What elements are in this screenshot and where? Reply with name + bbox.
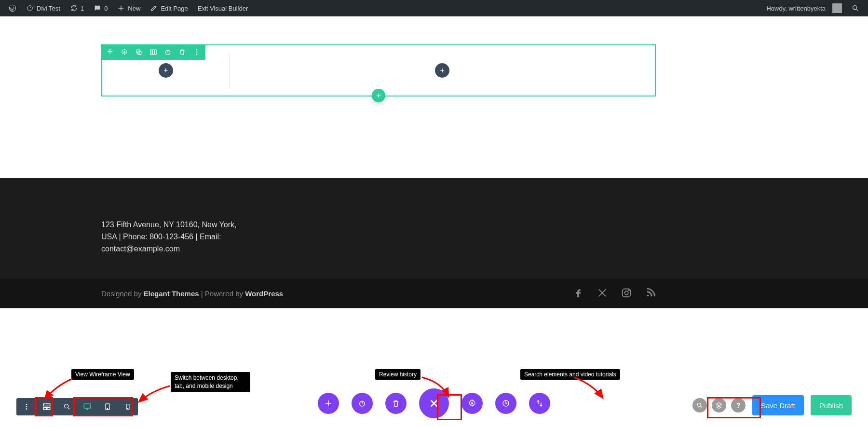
svg-point-2 <box>853 6 857 10</box>
search-icon <box>852 4 859 12</box>
rss-icon[interactable] <box>645 288 656 300</box>
plus-glyph: + <box>163 66 168 75</box>
designed-brand[interactable]: Elegant Themes <box>144 289 199 298</box>
svg-point-32 <box>697 403 701 406</box>
clear-layout-button[interactable] <box>385 393 407 414</box>
footer-credits: Designed by Elegant Themes | Powered by … <box>101 289 283 298</box>
save-draft-button[interactable]: Save Draft <box>752 395 804 415</box>
footer-bottom-bar: Designed by Elegant Themes | Powered by … <box>0 278 868 308</box>
edit-page-label: Edit Page <box>161 5 188 12</box>
add-module-button-2[interactable]: + <box>435 63 449 78</box>
x-icon[interactable] <box>597 288 608 300</box>
svg-point-26 <box>107 408 108 409</box>
svg-point-17 <box>26 404 27 405</box>
annotation-wireframe: View Wireframe View <box>71 369 134 380</box>
howdy-text: Howdy, writtenbyekta <box>766 5 826 12</box>
helper-buttons: ? <box>692 398 746 413</box>
wireframe-view-button[interactable] <box>37 398 57 415</box>
new-label: New <box>128 5 140 12</box>
updates[interactable]: 1 <box>65 0 89 16</box>
refresh-icon <box>70 4 78 12</box>
svg-rect-22 <box>47 408 50 410</box>
plus-glyph-3: + <box>376 91 380 100</box>
facebook-icon[interactable] <box>573 288 583 300</box>
help-button[interactable]: ? <box>731 398 746 413</box>
comments-count: 0 <box>104 5 108 12</box>
powered-sep: | Powered by <box>199 289 245 298</box>
svg-point-14 <box>624 291 628 294</box>
annotation-device: Switch between desktop, tab, and mobile … <box>171 372 250 392</box>
designed-prefix: Designed by <box>101 289 144 298</box>
powered-brand[interactable]: WordPress <box>245 289 283 298</box>
builder-settings-button[interactable] <box>461 393 483 414</box>
section-column-1[interactable]: + <box>102 45 230 96</box>
phone-view-button[interactable] <box>118 398 138 415</box>
annotation-history: Review history <box>375 369 420 380</box>
publish-button[interactable]: Publish <box>811 395 852 415</box>
search-toggle[interactable] <box>847 0 864 16</box>
save-actions: ? Save Draft Publish <box>692 395 852 415</box>
arrow-icon-2 <box>135 384 174 405</box>
comment-icon <box>94 4 101 12</box>
publish-label: Publish <box>819 401 843 410</box>
add-section-button[interactable] <box>318 393 339 414</box>
history-button[interactable] <box>495 393 516 414</box>
site-name[interactable]: Divi Test <box>21 0 65 16</box>
new-content[interactable]: New <box>112 0 145 16</box>
plus-glyph-2: + <box>440 66 445 75</box>
portability-button[interactable] <box>529 393 550 414</box>
svg-point-28 <box>127 408 128 409</box>
svg-point-15 <box>629 289 630 290</box>
annotation-search: Search elements and video tutorials <box>520 369 620 380</box>
instagram-icon[interactable] <box>621 288 632 300</box>
divi-builder-bar: View Wireframe View Switch between deskt… <box>0 364 868 427</box>
wp-admin-bar: Divi Test 1 0 New Edit Page Exit Visual … <box>0 0 868 16</box>
add-module-button[interactable]: + <box>159 63 173 78</box>
plus-icon <box>117 4 125 12</box>
desktop-view-button[interactable] <box>77 398 97 415</box>
divi-section[interactable]: + + + <box>101 44 656 96</box>
section-column-2[interactable]: + <box>230 45 655 96</box>
svg-point-16 <box>647 294 649 296</box>
svg-rect-20 <box>43 404 50 406</box>
revisions-count: 1 <box>81 5 84 12</box>
footer-contact-text: 123 Fifth Avenue, NY 10160, New York, US… <box>101 219 246 255</box>
exit-visual-builder[interactable]: Exit Visual Builder <box>193 0 253 16</box>
social-links <box>573 288 656 300</box>
builder-canvas: + + + <box>0 16 868 178</box>
pencil-icon <box>150 4 158 12</box>
wp-logo[interactable] <box>4 0 21 16</box>
dashboard-icon <box>26 4 34 12</box>
svg-point-23 <box>65 404 68 408</box>
svg-point-19 <box>26 408 27 410</box>
exit-builder-label: Exit Visual Builder <box>198 5 248 12</box>
search-help-button[interactable] <box>692 398 707 413</box>
add-row-button[interactable]: + <box>372 89 385 102</box>
avatar <box>832 3 842 13</box>
save-draft-label: Save Draft <box>761 401 795 410</box>
tablet-view-button[interactable] <box>97 398 118 415</box>
svg-point-30 <box>471 402 474 405</box>
layers-button[interactable] <box>712 398 726 413</box>
svg-rect-24 <box>84 404 91 408</box>
page-settings-button[interactable] <box>352 393 373 414</box>
svg-rect-21 <box>43 408 46 410</box>
howdy-user[interactable]: Howdy, writtenbyekta <box>761 0 847 16</box>
close-builder-button[interactable] <box>419 388 449 418</box>
wordpress-icon <box>9 4 16 12</box>
more-view-button[interactable] <box>16 398 37 415</box>
svg-point-18 <box>26 406 27 408</box>
comments[interactable]: 0 <box>89 0 112 16</box>
view-modes <box>16 398 138 415</box>
zoom-view-button[interactable] <box>57 398 77 415</box>
site-title-text: Divi Test <box>37 5 60 12</box>
question-glyph: ? <box>736 401 741 409</box>
page-footer: 123 Fifth Avenue, NY 10160, New York, US… <box>0 178 868 278</box>
builder-actions <box>318 388 550 418</box>
edit-page[interactable]: Edit Page <box>145 0 192 16</box>
